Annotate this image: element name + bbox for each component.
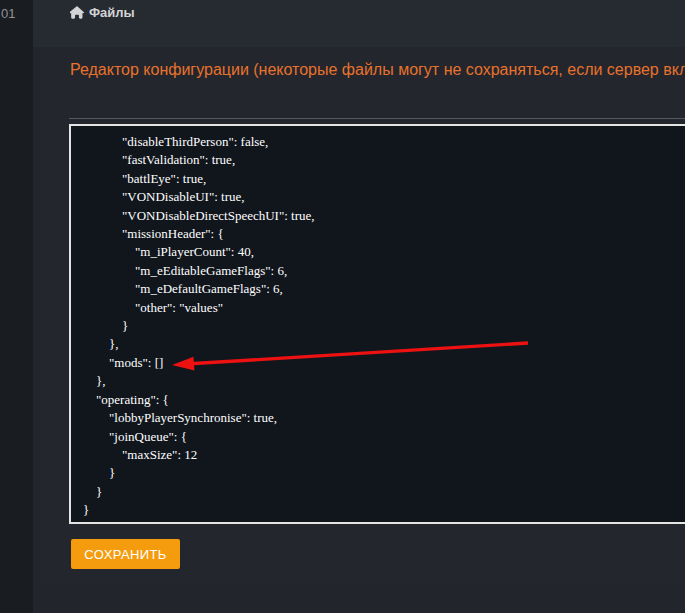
sidebar-partial-label: 01: [1, 6, 15, 21]
main-content: Файлы Редактор конфигурации (некоторые ф…: [33, 0, 685, 613]
config-editor-textarea[interactable]: "disableThirdPerson": false, "fastValida…: [69, 124, 685, 524]
top-bar: Файлы: [33, 0, 685, 47]
page-title: Редактор конфигурации (некоторые файлы м…: [70, 61, 685, 79]
home-icon: [70, 6, 84, 19]
save-button[interactable]: СОХРАНИТЬ: [71, 539, 180, 569]
section-divider: [69, 118, 685, 119]
breadcrumb-label: Файлы: [89, 5, 135, 20]
breadcrumb-files[interactable]: Файлы: [70, 5, 135, 20]
left-sidebar: 01: [0, 0, 33, 613]
